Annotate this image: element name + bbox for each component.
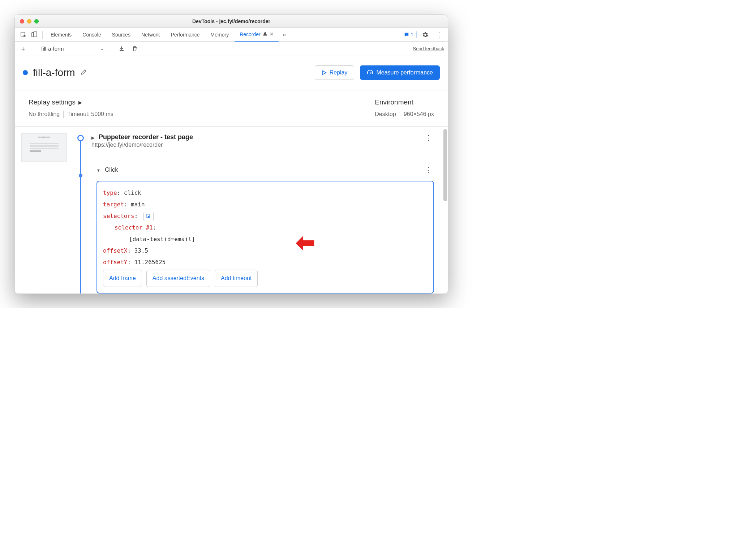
scrollbar[interactable]: [443, 129, 447, 201]
add-frame-button[interactable]: Add frame: [103, 270, 142, 287]
issues-icon: [404, 32, 409, 37]
devtools-window: DevTools - jec.fyi/demo/recorder Element…: [14, 14, 448, 294]
experiment-icon: [263, 31, 267, 37]
page-thumbnail: form de test: [21, 133, 67, 162]
divider: [42, 31, 43, 39]
step-click-label: Click: [105, 166, 118, 173]
step-title: Puppeteer recorder - test page: [99, 133, 193, 141]
replay-settings-label: Replay settings: [29, 98, 76, 106]
titlebar: DevTools - jec.fyi/demo/recorder: [15, 15, 448, 28]
tab-performance[interactable]: Performance: [166, 28, 205, 42]
measure-label: Measure performance: [376, 69, 433, 76]
timeline-step-node: [79, 174, 82, 177]
kebab-menu-icon[interactable]: ⋮: [434, 30, 444, 40]
panel-tabstrip: Elements Console Sources Network Perform…: [15, 28, 448, 42]
divider: [63, 111, 64, 118]
key-selector-1: selector #1: [115, 224, 153, 231]
recording-selector[interactable]: fill-a-form ⌄: [38, 44, 107, 53]
divider: [112, 45, 112, 53]
step-menu-icon[interactable]: ⋮: [425, 133, 434, 142]
chevron-right-icon: ▶: [78, 100, 82, 105]
value-target[interactable]: main: [131, 201, 145, 208]
recording-header: fill-a-form Replay Measure performance: [15, 56, 448, 90]
delete-icon[interactable]: [130, 44, 139, 53]
divider: [33, 45, 33, 53]
edit-name-icon[interactable]: [80, 68, 87, 77]
step-click-header[interactable]: Click: [96, 166, 118, 173]
key-offsetx: offsetX: [103, 247, 127, 254]
tab-recorder[interactable]: Recorder ✕: [235, 28, 279, 42]
device-toolbar-icon[interactable]: [29, 30, 39, 40]
gauge-icon: [367, 69, 373, 76]
chevron-down-icon: ⌄: [100, 46, 104, 51]
add-timeout-button[interactable]: Add timeout: [215, 270, 258, 287]
value-type[interactable]: click: [124, 189, 141, 196]
status-dot-icon: [23, 70, 28, 75]
recorder-toolbar: ＋ fill-a-form ⌄ Send feedback: [15, 42, 448, 56]
collapse-icon[interactable]: [96, 166, 102, 173]
key-selectors: selectors: [103, 213, 134, 219]
inspect-element-icon[interactable]: [18, 30, 29, 40]
step-navigate[interactable]: Puppeteer recorder - test page https://j…: [91, 133, 434, 148]
timeline-rail: [80, 137, 81, 293]
settings-gear-icon[interactable]: [420, 30, 430, 40]
send-feedback-link[interactable]: Send feedback: [413, 46, 444, 51]
replay-label: Replay: [330, 69, 348, 76]
step-details-panel: type: click target: main selectors: sele…: [96, 181, 434, 293]
new-recording-button[interactable]: ＋: [18, 44, 28, 53]
settings-bar: Replay settings ▶ No throttling Timeout:…: [15, 90, 448, 127]
device-value: Desktop: [375, 111, 396, 117]
recording-title: fill-a-form: [33, 67, 75, 78]
divider: [400, 111, 400, 118]
tab-console[interactable]: Console: [77, 28, 106, 42]
replay-settings-toggle[interactable]: Replay settings ▶: [29, 98, 113, 106]
step-menu-icon[interactable]: ⋮: [425, 166, 434, 174]
play-icon: [322, 70, 327, 75]
key-type: type: [103, 189, 117, 196]
tab-memory[interactable]: Memory: [206, 28, 234, 42]
value-offsetx[interactable]: 33.5: [134, 247, 149, 254]
more-tabs-icon[interactable]: »: [279, 30, 289, 40]
issues-count: 1: [411, 32, 413, 37]
close-tab-icon[interactable]: ✕: [270, 31, 274, 37]
window-title: DevTools - jec.fyi/demo/recorder: [15, 18, 448, 24]
tab-recorder-label: Recorder: [240, 31, 261, 37]
replay-button[interactable]: Replay: [315, 65, 355, 80]
svg-rect-2: [34, 32, 37, 37]
export-icon[interactable]: [117, 44, 126, 53]
step-click: Click ⋮ type: click target: main selecto…: [96, 166, 434, 293]
tab-sources[interactable]: Sources: [107, 28, 136, 42]
issues-badge[interactable]: 1: [401, 31, 417, 38]
expand-icon[interactable]: [91, 133, 96, 141]
recording-selector-value: fill-a-form: [41, 46, 64, 52]
value-selector-1[interactable]: [data-testid=email]: [129, 236, 195, 243]
viewport-value: 960×546 px: [404, 111, 434, 117]
tab-elements[interactable]: Elements: [46, 28, 77, 42]
timeline: Puppeteer recorder - test page https://j…: [77, 133, 444, 293]
steps-area: form de test Puppeteer recorder - test p…: [15, 127, 448, 293]
timeline-start-node: [77, 135, 84, 141]
selector-picker-button[interactable]: [143, 212, 154, 221]
measure-performance-button[interactable]: Measure performance: [360, 65, 440, 80]
key-offsety: offsetY: [103, 259, 127, 266]
environment-label: Environment: [375, 98, 434, 106]
value-offsety[interactable]: 11.265625: [134, 259, 166, 266]
throttling-value[interactable]: No throttling: [29, 111, 60, 117]
annotation-arrow-icon: [295, 235, 315, 254]
step-url: https://jec.fyi/demo/recorder: [91, 142, 193, 148]
key-target: target: [103, 201, 124, 208]
timeout-value[interactable]: Timeout: 5000 ms: [67, 111, 113, 117]
add-asserted-events-button[interactable]: Add assertedEvents: [146, 270, 210, 287]
tab-network[interactable]: Network: [136, 28, 165, 42]
